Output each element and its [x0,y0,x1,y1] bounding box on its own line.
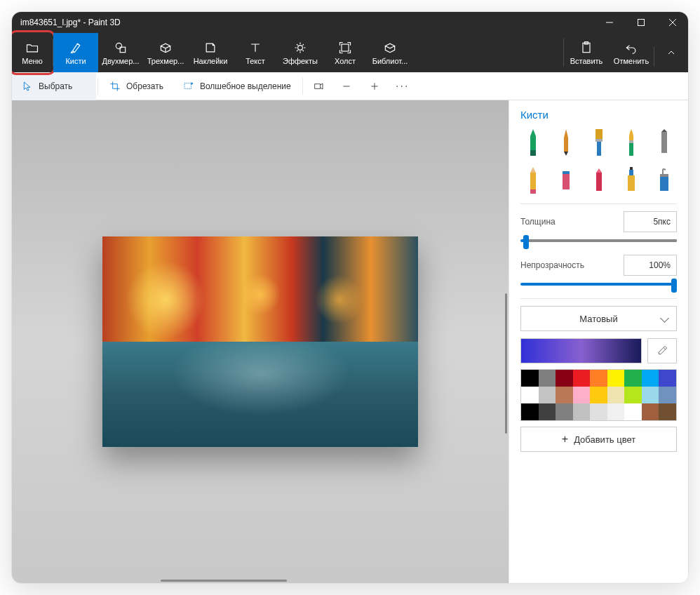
thickness-input[interactable] [624,211,677,232]
text-icon [248,41,262,55]
crop-tool[interactable]: Обрезать [100,72,173,100]
maximize-button[interactable] [625,12,657,33]
add-color-button[interactable]: + Добавить цвет [520,427,677,452]
svg-rect-29 [660,177,668,191]
svg-rect-21 [530,173,536,189]
eyedropper-button[interactable] [647,338,677,363]
color-swatch[interactable] [556,370,573,387]
current-color-preview[interactable] [520,338,642,363]
effects-icon [293,41,307,55]
svg-rect-20 [661,132,667,153]
color-swatch[interactable] [573,387,591,403]
color-swatch[interactable] [590,387,607,403]
brush-marker[interactable] [520,128,546,156]
color-swatch[interactable] [659,387,676,403]
color-swatch[interactable] [624,370,642,387]
color-swatch[interactable] [539,387,556,403]
tab-text-label: Текст [245,57,265,65]
thickness-label: Толщина [520,217,556,227]
collapse-ribbon-button[interactable] [654,33,688,72]
color-swatch[interactable] [521,387,539,403]
magic-select-label: Волшебное выделение [200,81,291,91]
brush-oil[interactable] [586,128,612,156]
menu-button[interactable]: Меню [12,33,53,72]
color-swatch[interactable] [590,370,607,387]
more-button[interactable]: ··· [389,72,417,100]
canvas-image[interactable] [102,236,418,447]
opacity-input[interactable] [624,255,677,276]
canvas-viewport[interactable] [12,100,509,583]
view-3d-button[interactable] [304,72,332,100]
color-swatch[interactable] [556,403,573,420]
color-swatch[interactable] [573,403,591,420]
vertical-scrollbar[interactable] [505,293,507,434]
color-swatch[interactable] [642,387,659,403]
shapes-3d-icon [159,41,173,55]
color-swatch[interactable] [590,403,607,420]
opacity-slider[interactable] [520,283,677,286]
svg-rect-26 [628,175,635,191]
color-swatch[interactable] [624,403,642,420]
svg-rect-27 [629,170,633,175]
tab-stickers-label: Наклейки [194,57,228,65]
color-swatch[interactable] [659,370,676,387]
svg-rect-30 [660,174,668,177]
window-title: im843651_l.jpg* - Paint 3D [20,18,121,27]
brushes-panel: Кисти Толщина [509,100,688,583]
color-swatch[interactable] [539,403,556,420]
tab-brushes[interactable]: Кисти [53,33,98,72]
color-swatch[interactable] [642,370,659,387]
material-dropdown[interactable]: Матовый [520,306,677,331]
tab-3d-shapes[interactable]: Трехмер... [143,33,188,72]
tab-effects[interactable]: Эффекты [278,33,323,72]
svg-rect-24 [563,171,570,174]
undo-button[interactable]: Отменить [609,33,654,72]
tab-text[interactable]: Текст [233,33,278,72]
color-swatch[interactable] [659,403,676,420]
brush-pencil[interactable] [520,166,546,194]
crop-label: Обрезать [126,81,163,91]
svg-rect-28 [630,167,633,170]
color-swatch[interactable] [607,403,625,420]
zoom-out-button[interactable] [332,72,361,100]
minimize-button[interactable] [593,12,625,33]
brush-spray[interactable] [619,166,644,194]
brush-calligraphy[interactable] [553,128,579,156]
thickness-slider[interactable] [520,239,677,242]
svg-rect-15 [595,129,603,139]
paste-icon [579,41,593,55]
svg-rect-16 [595,139,603,142]
brush-pixel[interactable] [652,128,677,156]
tab-2d-shapes[interactable]: Двухмер... [98,33,143,72]
color-swatch[interactable] [573,370,591,387]
tab-canvas[interactable]: Холст [323,33,368,72]
color-swatch[interactable] [607,370,625,387]
color-swatch[interactable] [607,387,625,403]
paste-button[interactable]: Вставить [564,33,609,72]
brush-eraser[interactable] [553,166,579,194]
brush-watercolor[interactable] [619,128,644,156]
color-swatch[interactable] [539,370,556,387]
menu-label: Меню [22,57,43,65]
close-button[interactable] [657,12,688,33]
tab-stickers[interactable]: Наклейки [188,33,233,72]
brush-fill[interactable] [652,166,677,194]
sticker-icon [203,41,217,55]
magic-select-tool[interactable]: Волшебное выделение [173,72,301,100]
undo-icon [624,41,638,55]
svg-rect-10 [184,83,191,88]
color-swatch[interactable] [521,403,539,420]
brush-crayon[interactable] [586,166,612,194]
color-swatch[interactable] [624,387,642,403]
color-swatch[interactable] [642,403,659,420]
color-swatch[interactable] [556,387,573,403]
select-tool[interactable]: Выбрать [12,72,96,100]
horizontal-scrollbar[interactable] [161,580,287,582]
tab-library[interactable]: Библиот... [368,33,412,72]
svg-rect-1 [638,20,644,26]
zoom-in-button[interactable] [361,72,389,100]
svg-rect-19 [629,143,633,156]
tab-canvas-label: Холст [335,57,356,65]
material-value: Матовый [579,314,617,324]
color-swatch[interactable] [521,370,539,387]
